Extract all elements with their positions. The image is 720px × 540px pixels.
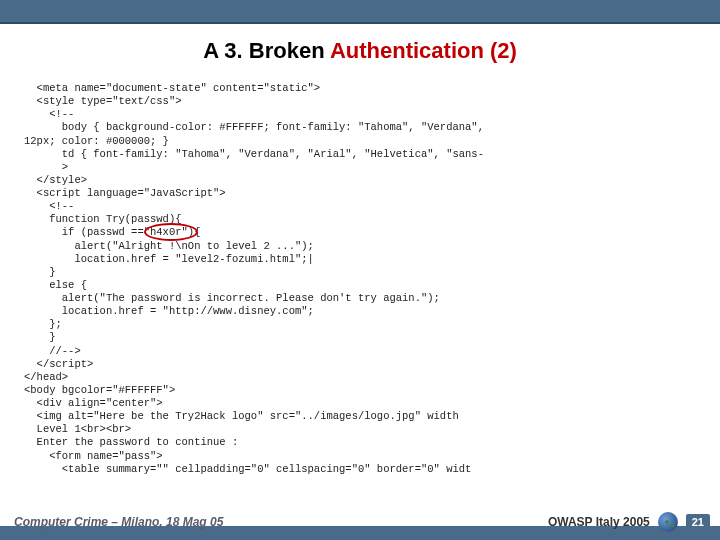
code-line: <form name="pass"> <box>24 450 696 463</box>
code-line: function Try(passwd){ <box>24 213 696 226</box>
code-line: } <box>24 331 696 344</box>
code-line: > <box>24 161 696 174</box>
top-bar <box>0 0 720 24</box>
code-line: td { font-family: "Tahoma", "Verdana", "… <box>24 148 696 161</box>
title-suffix: (2) <box>484 38 517 63</box>
footer-right: OWASP Italy 2005 21 <box>548 512 710 532</box>
code-line: } <box>24 266 696 279</box>
code-line: <meta name="document-state" content="sta… <box>24 82 696 95</box>
code-line: <!-- <box>24 200 696 213</box>
code-line: //--> <box>24 345 696 358</box>
page-number: 21 <box>686 514 710 530</box>
code-line: location.href = "http://www.disney.com"; <box>24 305 696 318</box>
code-line: <table summary="" cellpadding="0" cellsp… <box>24 463 696 476</box>
footer: Computer Crime – Milano, 18 Mag 05 OWASP… <box>0 504 720 540</box>
code-line: <body bgcolor="#FFFFFF"> <box>24 384 696 397</box>
code-line: </head> <box>24 371 696 384</box>
code-line: <img alt="Here be the Try2Hack logo" src… <box>24 410 696 423</box>
code-line: Enter the password to continue : <box>24 436 696 449</box>
slide: A 3. Broken Authentication (2) <meta nam… <box>0 0 720 540</box>
footer-org: OWASP Italy 2005 <box>548 515 650 529</box>
code-line: }; <box>24 318 696 331</box>
code-line: <div align="center"> <box>24 397 696 410</box>
content-area: <meta name="document-state" content="sta… <box>0 72 720 540</box>
code-line: <style type="text/css"> <box>24 95 696 108</box>
code-line: body { background-color: #FFFFFF; font-f… <box>24 121 696 134</box>
globe-icon <box>658 512 678 532</box>
code-line: if (passwd =="h4x0r"){ <box>24 226 696 239</box>
code-line: alert("The password is incorrect. Please… <box>24 292 696 305</box>
title-prefix: A 3. Broken <box>203 38 330 63</box>
code-line: Level 1<br><br> <box>24 423 696 436</box>
slide-title: A 3. Broken Authentication (2) <box>0 24 720 72</box>
code-line: </style> <box>24 174 696 187</box>
code-line: alert("Alright !\nOn to level 2 ..."); <box>24 240 696 253</box>
code-line: <script language="JavaScript"> <box>24 187 696 200</box>
code-line: <!-- <box>24 108 696 121</box>
code-line: location.href = "level2-fozumi.html";| <box>24 253 696 266</box>
title-word: Authentication <box>330 38 484 63</box>
code-line: else { <box>24 279 696 292</box>
code-line: </script> <box>24 358 696 371</box>
code-line: 12px; color: #000000; } <box>24 135 696 148</box>
footer-left: Computer Crime – Milano, 18 Mag 05 <box>14 515 223 529</box>
code-block: <meta name="document-state" content="sta… <box>24 82 696 476</box>
